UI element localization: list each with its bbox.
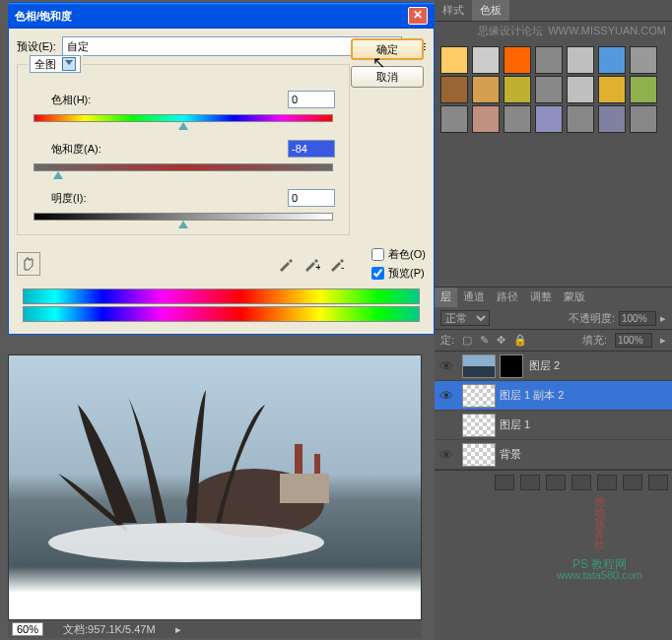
fx-button[interactable] <box>520 475 540 490</box>
canvas-area[interactable] <box>8 354 422 620</box>
layer-name: 图层 1 <box>500 417 672 432</box>
eyedropper-icon[interactable] <box>277 255 295 273</box>
saturation-input[interactable] <box>288 140 335 158</box>
canvas-artwork <box>38 385 334 562</box>
layer-thumbnail[interactable] <box>462 443 496 467</box>
svg-rect-3 <box>280 474 329 503</box>
swatch[interactable] <box>472 105 500 133</box>
saturation-thumb[interactable] <box>53 166 63 179</box>
swatch[interactable] <box>630 76 657 103</box>
scope-select[interactable]: 全图 <box>30 55 81 73</box>
swatches-tabs: 样式 色板 <box>435 0 672 22</box>
doc-label: 文档: <box>63 623 88 635</box>
swatch[interactable] <box>472 76 500 103</box>
saturation-slider[interactable] <box>34 163 333 171</box>
preview-checkbox-row[interactable]: 预览(P) <box>371 266 426 281</box>
swatch[interactable] <box>630 46 657 74</box>
tab-swatches[interactable]: 色板 <box>472 0 509 21</box>
lock-transparent-icon[interactable]: ▢ <box>462 334 472 347</box>
layers-tabs: 层 通道 路径 调整 蒙版 <box>435 288 672 307</box>
lock-brush-icon[interactable]: ✎ <box>480 334 489 347</box>
lock-all-icon[interactable]: 🔒 <box>513 334 527 347</box>
hue-thumb[interactable] <box>178 117 188 130</box>
zoom-value[interactable]: 60% <box>12 622 43 636</box>
lightness-label: 明度(I): <box>51 191 86 206</box>
lightness-thumb[interactable] <box>178 216 188 228</box>
visibility-eye-icon[interactable]: 👁 <box>435 447 458 463</box>
swatch[interactable] <box>440 76 468 103</box>
status-arrow-icon[interactable]: ▸ <box>175 623 181 636</box>
layers-panel: 层 通道 路径 调整 蒙版 正常 不透明度: 100% ▸ 定: ▢ ✎ ✥ 🔒… <box>435 287 672 494</box>
swatch[interactable] <box>504 105 531 133</box>
new-layer-button[interactable] <box>623 475 642 490</box>
eyedropper-add-icon[interactable]: + <box>302 255 320 273</box>
swatch[interactable] <box>535 105 563 133</box>
close-button[interactable]: ✕ <box>408 7 428 25</box>
adjust-layer-button[interactable] <box>571 475 591 490</box>
hand-tool-icon[interactable] <box>17 252 40 276</box>
layer-row[interactable]: 👁 背景 <box>435 440 672 470</box>
layer-thumbnail[interactable] <box>462 354 496 378</box>
svg-point-4 <box>48 523 324 562</box>
eyedropper-subtract-icon[interactable]: - <box>328 255 346 273</box>
colorize-checkbox[interactable] <box>371 248 384 261</box>
swatch[interactable] <box>504 46 531 74</box>
layer-row[interactable]: 图层 1 <box>435 411 672 440</box>
link-layers-button[interactable] <box>495 475 514 490</box>
hue-input[interactable] <box>288 91 335 108</box>
swatch[interactable] <box>598 105 626 133</box>
layer-row[interactable]: 👁 图层 1 副本 2 <box>435 381 672 411</box>
tab-adjust[interactable]: 调整 <box>524 288 558 307</box>
swatch[interactable] <box>440 105 468 133</box>
doc-value: 957.1K/5.47M <box>88 623 156 635</box>
swatch[interactable] <box>598 46 626 74</box>
tab-channels[interactable]: 通道 <box>457 288 491 307</box>
colorize-checkbox-row[interactable]: 着色(O) <box>371 247 426 262</box>
preset-label: 预设(E): <box>17 39 56 54</box>
layer-thumbnail[interactable] <box>462 414 496 437</box>
trash-button[interactable] <box>648 475 668 490</box>
swatch[interactable] <box>504 76 531 103</box>
opacity-value[interactable]: 100% <box>619 311 656 326</box>
ok-button[interactable]: 确定 <box>351 38 424 60</box>
swatch[interactable] <box>598 76 626 103</box>
lock-label: 定: <box>440 333 454 348</box>
fill-value[interactable]: 100% <box>615 333 652 348</box>
layer-row[interactable]: 👁 图层 2 <box>435 352 672 381</box>
blend-mode-select[interactable]: 正常 <box>440 310 490 326</box>
layer-thumbnail[interactable] <box>462 384 496 408</box>
swatch[interactable] <box>630 105 657 133</box>
preview-checkbox[interactable] <box>371 267 384 280</box>
swatch[interactable] <box>440 46 468 74</box>
swatch-grid <box>435 40 672 139</box>
fill-arrow-icon[interactable]: ▸ <box>660 334 666 347</box>
lightness-input[interactable] <box>288 189 335 207</box>
lightness-slider[interactable] <box>34 213 333 221</box>
hue-strip <box>23 288 420 304</box>
tab-styles[interactable]: 样式 <box>435 0 472 21</box>
hue-slider[interactable] <box>34 114 333 122</box>
svg-text:+: + <box>315 261 320 273</box>
swatch[interactable] <box>567 76 594 103</box>
swatch[interactable] <box>472 46 500 74</box>
visibility-eye-icon[interactable]: 👁 <box>435 358 458 374</box>
swatch[interactable] <box>567 105 594 133</box>
cancel-button[interactable]: 取消 <box>351 66 424 88</box>
tab-masks[interactable]: 蒙版 <box>558 288 591 307</box>
swatch[interactable] <box>535 46 563 74</box>
tab-layers[interactable]: 层 <box>435 288 457 307</box>
tab-paths[interactable]: 路径 <box>491 288 524 307</box>
visibility-eye-icon[interactable]: 👁 <box>435 388 458 404</box>
opacity-arrow-icon[interactable]: ▸ <box>660 312 666 325</box>
dialog-titlebar[interactable]: 色相/饱和度 ✕ <box>9 3 434 29</box>
hue-strip-result <box>23 306 420 322</box>
lock-move-icon[interactable]: ✥ <box>497 334 505 347</box>
layer-name: 背景 <box>500 447 672 462</box>
swatch[interactable] <box>567 46 594 74</box>
layer-options-row: 正常 不透明度: 100% ▸ <box>435 307 672 330</box>
mask-button[interactable] <box>546 475 566 490</box>
opacity-label: 不透明度: <box>569 311 615 326</box>
group-button[interactable] <box>597 475 617 490</box>
swatch[interactable] <box>535 76 563 103</box>
layer-mask-thumbnail[interactable] <box>500 354 523 378</box>
